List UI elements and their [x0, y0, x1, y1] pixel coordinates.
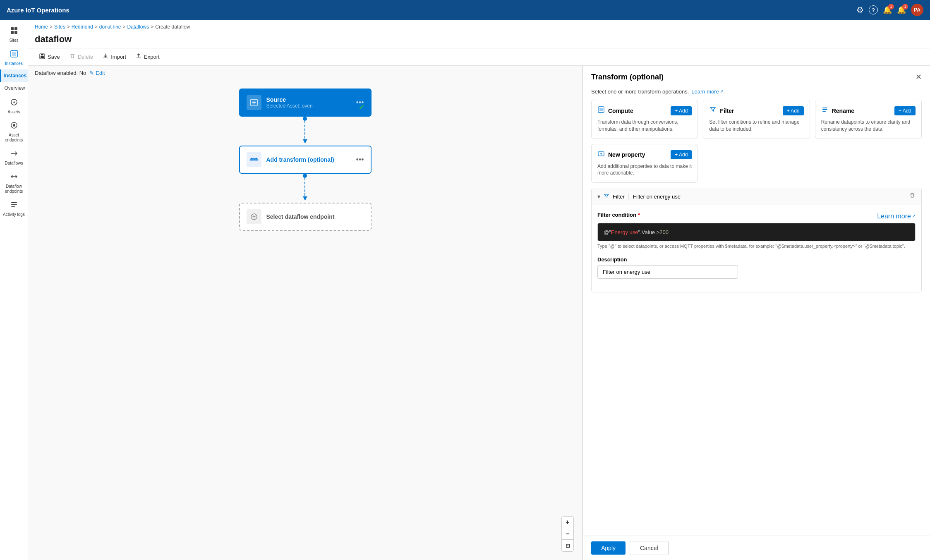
export-button[interactable]: Export	[131, 51, 164, 63]
condition-learn-more[interactable]: Learn more ↗	[877, 213, 916, 220]
panel-subtitle-text: Select one or more transform operations.	[591, 89, 689, 95]
page-title: dataflow	[28, 32, 930, 48]
sidebar-item-sites[interactable]: Sites	[0, 23, 28, 46]
endpoint-node-title: Select dataflow endpoint	[266, 213, 364, 220]
zoom-in-button[interactable]: +	[562, 517, 573, 528]
connector-arrow-1: ▼	[302, 137, 309, 146]
zoom-out-button[interactable]: −	[562, 528, 573, 540]
panel-learn-more-text: Learn more	[691, 89, 719, 95]
panel-title: Transform (optional)	[591, 73, 664, 81]
sidebar-item-dataflow-endpoints[interactable]: Dataflow endpoints	[0, 169, 28, 197]
endpoint-node[interactable]: Select dataflow endpoint	[239, 203, 372, 231]
sidebar-item-asset-endpoints[interactable]: Asset endpoints	[0, 118, 28, 146]
help-icon[interactable]: ?	[869, 5, 878, 14]
filter-condition-input[interactable]: @"Energy use".Value > 200	[597, 223, 916, 241]
breadcrumb-dataflows[interactable]: Dataflows	[127, 24, 149, 30]
filter-section-left: ▾ Filter | Filter on energy use	[597, 193, 681, 200]
filter-add-button[interactable]: + Add	[783, 106, 804, 115]
sidebar-item-instances-top[interactable]: Instances	[0, 46, 28, 69]
filter-section-name: Filter on energy use	[633, 194, 681, 200]
sidebar-label-sites: Sites	[9, 38, 18, 43]
rename-add-button[interactable]: + Add	[894, 106, 916, 115]
connector-dot-1	[303, 117, 307, 121]
settings-icon[interactable]: ⚙	[856, 5, 864, 15]
avatar[interactable]: PA	[911, 4, 923, 16]
instances-icon-top	[10, 50, 18, 60]
filter-add-label: + Add	[787, 108, 800, 114]
transform-node-menu[interactable]: •••	[356, 156, 364, 164]
svg-rect-19	[599, 108, 603, 111]
import-label: Import	[111, 54, 126, 60]
notification1-badge: 1	[888, 4, 894, 10]
sidebar-item-activity-logs[interactable]: Activity logs	[0, 197, 28, 220]
main-layout: Sites Instances Instances Overview Asset…	[0, 20, 930, 560]
delete-filter-button[interactable]	[909, 192, 916, 201]
sidebar-item-assets[interactable]: Assets	[0, 95, 28, 118]
sidebar-label-dataflow-endpoints: Dataflow endpoints	[2, 184, 26, 194]
sidebar-item-overview[interactable]: Overview	[0, 82, 28, 94]
apply-button[interactable]: Apply	[591, 541, 626, 555]
source-check-icon: ✔	[359, 103, 365, 112]
breadcrumb: Home > Sites > Redmond > donut-line > Da…	[28, 20, 930, 32]
breadcrumb-sites[interactable]: Sites	[54, 24, 65, 30]
canvas: Dataflow enabled: No ✎ Edit Source	[28, 66, 582, 560]
new-property-card: New property + Add Add additional proper…	[591, 144, 698, 183]
breadcrumb-donut-line[interactable]: donut-line	[99, 24, 121, 30]
panel-learn-more-link[interactable]: Learn more ↗	[691, 89, 723, 95]
transform-node-icon	[247, 152, 261, 167]
collapse-filter-button[interactable]: ▾	[597, 193, 600, 200]
compute-card-header: Compute + Add	[597, 106, 692, 115]
svg-rect-22	[822, 111, 826, 112]
import-button[interactable]: Import	[98, 51, 130, 63]
topbar-icons: ⚙ ? 🔔 1 🔔 1 PA	[856, 4, 923, 16]
edit-button[interactable]: ✎ Edit	[89, 70, 105, 76]
svg-rect-5	[12, 52, 16, 56]
delete-label: Delete	[78, 54, 93, 60]
svg-point-8	[13, 124, 15, 127]
breadcrumb-redmond[interactable]: Redmond	[72, 24, 93, 30]
breadcrumb-home[interactable]: Home	[35, 24, 48, 30]
dataflow-endpoints-icon	[10, 172, 18, 183]
compute-add-button[interactable]: + Add	[671, 106, 692, 115]
svg-rect-14	[41, 56, 44, 58]
svg-rect-20	[822, 108, 827, 108]
cancel-button[interactable]: Cancel	[630, 541, 669, 555]
asset-endpoints-icon	[10, 121, 18, 132]
edit-icon: ✎	[89, 70, 94, 76]
connector-dot-2	[303, 174, 307, 178]
export-icon	[135, 53, 142, 61]
transform-node-text: Add transform (optional)	[266, 156, 351, 163]
new-property-add-button[interactable]: + Add	[671, 150, 692, 159]
canvas-controls: + − ⊡	[561, 516, 574, 552]
fit-view-button[interactable]: ⊡	[562, 540, 573, 551]
rename-card-title: Rename	[832, 108, 854, 114]
new-property-card-title: New property	[608, 151, 645, 158]
dataflows-icon	[10, 149, 18, 160]
save-icon	[39, 53, 46, 61]
transform-node[interactable]: Add transform (optional) •••	[239, 146, 372, 174]
source-node[interactable]: Source Selected Asset: oven ••• ✔	[239, 89, 372, 117]
compute-card: Compute + Add Transform data through con…	[591, 100, 698, 139]
filter-description-input[interactable]	[597, 265, 738, 279]
connector-2: ▼	[302, 174, 309, 203]
import-icon	[102, 53, 109, 61]
panel-header: Transform (optional) ✕	[583, 66, 930, 85]
svg-rect-1	[14, 27, 17, 30]
dataflow-area: Dataflow enabled: No ✎ Edit Source	[28, 66, 930, 560]
source-node-text: Source Selected Asset: oven	[266, 96, 351, 109]
close-panel-button[interactable]: ✕	[916, 72, 922, 81]
transform-node-title: Add transform (optional)	[266, 156, 351, 163]
delete-button[interactable]: Delete	[65, 51, 98, 63]
sites-icon	[10, 26, 18, 37]
compute-card-icon	[597, 106, 605, 115]
sidebar-label-assets: Assets	[7, 110, 20, 115]
sidebar-label-instances: Instances	[2, 73, 26, 79]
sidebar-item-dataflows[interactable]: Dataflows	[0, 146, 28, 169]
endpoint-node-icon	[247, 209, 261, 224]
rename-card-desc: Rename datapoints to ensure clarity and …	[821, 119, 916, 133]
sidebar-item-instances[interactable]: Instances	[0, 69, 28, 82]
save-button[interactable]: Save	[35, 51, 64, 63]
notification1-icon[interactable]: 🔔 1	[883, 5, 892, 14]
flow-container: Source Selected Asset: oven ••• ✔ ▼	[28, 80, 582, 239]
notification2-icon[interactable]: 🔔 1	[897, 5, 906, 14]
